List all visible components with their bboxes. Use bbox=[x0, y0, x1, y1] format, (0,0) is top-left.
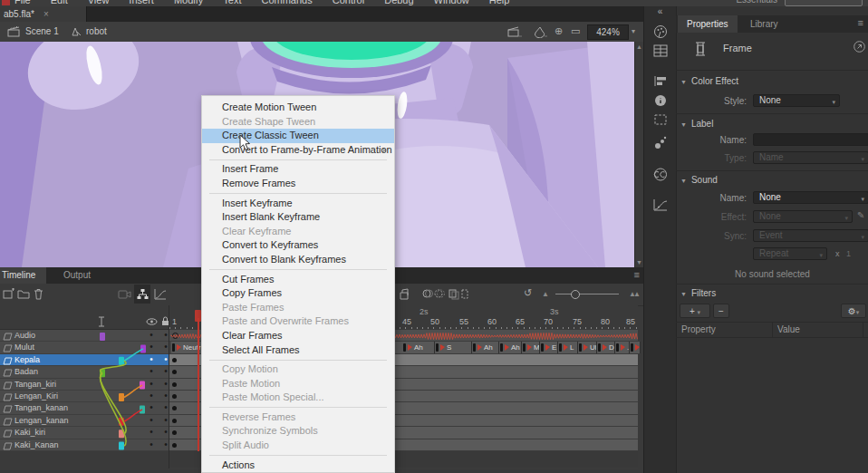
menu-item-create-motion-tween[interactable]: Create Motion Tween bbox=[202, 101, 394, 115]
workspace-switcher[interactable]: Essentials bbox=[736, 0, 777, 5]
menu-item-insert-blank-keyframe[interactable]: Insert Blank Keyframe bbox=[202, 210, 394, 225]
sound-name-dropdown[interactable]: None▾ bbox=[753, 191, 868, 204]
zoom-in-timeline-icon[interactable]: ▲▲ bbox=[629, 290, 638, 298]
info-panel-icon[interactable] bbox=[654, 94, 667, 107]
close-icon[interactable]: × bbox=[43, 9, 49, 19]
cc-libraries-icon[interactable] bbox=[653, 168, 668, 181]
loop-icon[interactable]: ↺ bbox=[524, 287, 532, 299]
section-label[interactable]: ▼Label bbox=[680, 119, 713, 129]
tab-output[interactable]: Output bbox=[53, 267, 101, 284]
timeline-zoom-slider-knob[interactable] bbox=[571, 290, 580, 299]
tab-timeline[interactable]: Timeline bbox=[0, 267, 46, 284]
lipsync-keyframe[interactable]: Uh bbox=[578, 342, 597, 353]
stage-vertical-scrollbar[interactable]: ▲ ▼ bbox=[634, 42, 643, 267]
repeat-count-value[interactable]: 1 bbox=[846, 249, 851, 258]
section-filters[interactable]: ▼Filters bbox=[680, 288, 716, 298]
timeline-panel-menu-icon[interactable]: ≡ bbox=[634, 269, 640, 280]
edit-scene-icon[interactable] bbox=[507, 26, 523, 38]
section-color-effect[interactable]: ▼Color Effect bbox=[680, 76, 738, 86]
new-layer-icon[interactable] bbox=[3, 288, 14, 300]
timeline-zoom-slider-track[interactable] bbox=[555, 294, 619, 294]
scroll-down-icon[interactable]: ▼ bbox=[636, 259, 642, 265]
menu-item-select-all-frames[interactable]: Select All Frames bbox=[202, 343, 394, 358]
graph-editor-icon[interactable] bbox=[154, 288, 167, 300]
lipsync-keyframe[interactable]: Ah bbox=[472, 342, 499, 353]
lipsync-keyframe[interactable]: S bbox=[435, 342, 472, 353]
lipsync-keyframe[interactable]: D bbox=[597, 342, 615, 353]
menu-control[interactable]: Control bbox=[333, 0, 364, 5]
lipsync-keyframe[interactable]: L bbox=[558, 342, 578, 353]
clip-content-icon[interactable]: ▭ bbox=[571, 25, 580, 37]
breadcrumb-scene[interactable]: Scene 1 bbox=[25, 26, 59, 36]
lipsync-keyframe[interactable]: Ah bbox=[499, 342, 522, 353]
swatches-panel-icon[interactable] bbox=[653, 44, 668, 57]
menu-item-remove-frames[interactable]: Remove Frames bbox=[202, 177, 394, 191]
keyframe-flag-icon bbox=[408, 344, 412, 351]
tab-library[interactable]: Library bbox=[741, 15, 787, 33]
label-name-input[interactable] bbox=[753, 133, 868, 146]
lipsync-keyframe[interactable]: Ah bbox=[402, 342, 435, 353]
camera-icon[interactable] bbox=[118, 289, 131, 299]
collapse-dock-icon[interactable]: « bbox=[644, 6, 676, 16]
center-frame-icon[interactable]: ⊕ bbox=[555, 25, 563, 37]
onion-skin-icons[interactable] bbox=[421, 288, 468, 300]
layer-parenting-wires bbox=[89, 330, 154, 457]
lipsync-keyframe[interactable]: E bbox=[540, 342, 558, 353]
document-tab[interactable]: ab5.fla* × bbox=[0, 6, 87, 22]
properties-panel-menu-icon[interactable]: ≡ bbox=[858, 17, 863, 28]
menu-item-cut-frames[interactable]: Cut Frames bbox=[202, 273, 394, 287]
brush-panel-icon[interactable] bbox=[654, 136, 667, 150]
menu-file[interactable]: File bbox=[14, 0, 31, 5]
menu-text[interactable]: Text bbox=[223, 0, 241, 5]
scroll-up-icon[interactable]: ▲ bbox=[636, 43, 642, 50]
show-parenting-icon[interactable] bbox=[137, 288, 149, 300]
menu-debug[interactable]: Debug bbox=[384, 0, 413, 5]
menu-item-insert-frame[interactable]: Insert Frame bbox=[202, 162, 394, 177]
color-panel-icon[interactable] bbox=[653, 24, 668, 38]
style-dropdown[interactable]: None▾ bbox=[753, 94, 840, 107]
search-input[interactable] bbox=[785, 0, 863, 6]
delete-layer-icon[interactable] bbox=[34, 288, 43, 300]
lipsync-keyframe[interactable]: S bbox=[630, 342, 641, 353]
menu-commands[interactable]: Commands bbox=[261, 0, 312, 5]
menu-help[interactable]: Help bbox=[489, 0, 510, 5]
menu-item-convert-to-blank-keyframes[interactable]: Convert to Blank Keyframes bbox=[202, 253, 394, 267]
zoom-out-timeline-icon[interactable]: ▲ bbox=[542, 290, 549, 298]
menu-modify[interactable]: Modify bbox=[174, 0, 203, 5]
menu-item-insert-keyframe[interactable]: Insert Keyframe bbox=[202, 197, 394, 211]
app-logo-icon[interactable] bbox=[2, 0, 10, 5]
zoom-level-input[interactable]: 424% bbox=[587, 24, 629, 40]
menu-edit[interactable]: Edit bbox=[51, 0, 68, 5]
menu-item-clear-frames[interactable]: Clear Frames bbox=[202, 329, 394, 343]
edit-symbols-icon[interactable] bbox=[533, 25, 548, 38]
breadcrumb-symbol[interactable]: robot bbox=[86, 26, 107, 36]
menu-item-convert-to-frame-by-frame-animation[interactable]: Convert to Frame-by-Frame Animation› bbox=[202, 143, 394, 158]
align-panel-icon[interactable] bbox=[653, 75, 668, 87]
menu-view[interactable]: View bbox=[88, 0, 110, 5]
keyframe-flag-icon bbox=[177, 344, 181, 351]
help-link-icon[interactable] bbox=[854, 41, 865, 53]
zoom-dropdown-icon[interactable]: ▾ bbox=[632, 27, 635, 35]
menu-item-convert-to-keyframes[interactable]: Convert to Keyframes bbox=[202, 238, 394, 253]
lipsync-keyframe[interactable]: M bbox=[522, 342, 540, 353]
menu-window[interactable]: Window bbox=[434, 0, 469, 5]
insert-frame-icon[interactable] bbox=[399, 288, 412, 300]
new-folder-icon[interactable] bbox=[17, 289, 30, 299]
menu-item-create-classic-tween[interactable]: Create Classic Tween bbox=[202, 129, 394, 143]
remove-filter-button[interactable]: − bbox=[713, 304, 729, 318]
lipsync-keyframe[interactable]: .. bbox=[615, 342, 630, 353]
playhead-line[interactable] bbox=[198, 318, 199, 451]
eye-column-icon[interactable] bbox=[146, 318, 158, 325]
tab-properties[interactable]: Properties bbox=[678, 15, 738, 33]
filter-options-button[interactable]: ⚙▾ bbox=[841, 304, 866, 318]
edit-sound-envelope-icon[interactable]: ✎ bbox=[857, 210, 864, 220]
history-panel-icon[interactable] bbox=[653, 198, 668, 211]
menu-item-actions[interactable]: Actions bbox=[202, 459, 394, 473]
keyframe-flag-icon bbox=[583, 344, 588, 351]
scene-clapper-icon bbox=[7, 26, 21, 37]
menu-item-copy-frames[interactable]: Copy Frames bbox=[202, 286, 394, 301]
section-sound[interactable]: ▼Sound bbox=[680, 175, 718, 185]
menu-insert[interactable]: Insert bbox=[129, 0, 154, 5]
transform-panel-icon[interactable] bbox=[653, 113, 668, 126]
add-filter-button[interactable]: + ▾ bbox=[680, 304, 710, 318]
